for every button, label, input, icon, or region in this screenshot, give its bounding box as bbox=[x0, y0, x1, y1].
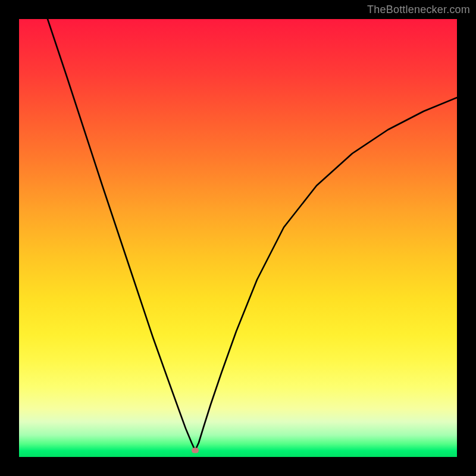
curve-line bbox=[48, 19, 457, 450]
plot-area bbox=[19, 19, 457, 457]
watermark-text: TheBottlenecker.com bbox=[367, 4, 470, 16]
minimum-marker bbox=[192, 448, 199, 453]
chart-frame: TheBottlenecker.com bbox=[0, 0, 476, 476]
bottleneck-curve bbox=[19, 19, 457, 457]
